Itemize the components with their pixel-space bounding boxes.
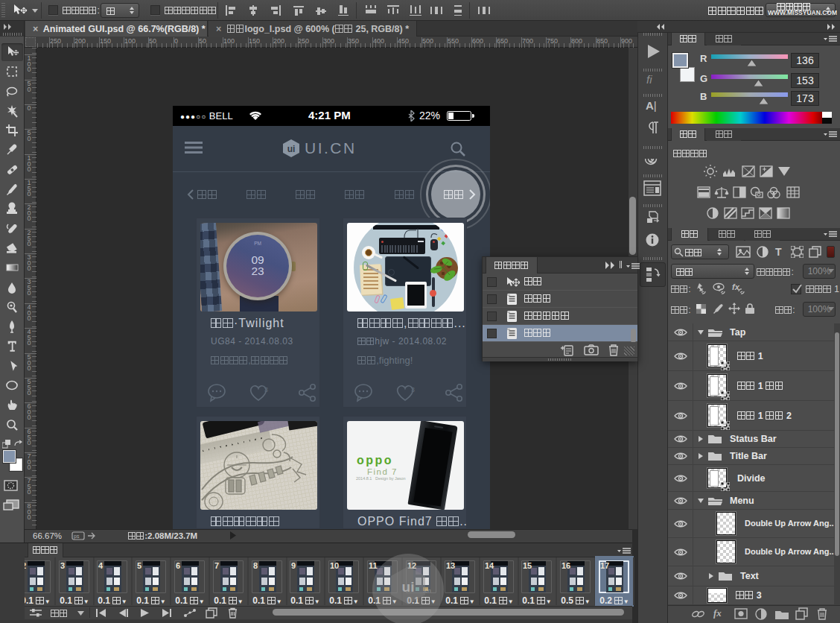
svg-text:3: 3 (264, 386, 268, 393)
svg-text:ui: ui (402, 579, 415, 595)
svg-text:ps: ps (74, 534, 80, 540)
svg-text:ui: ui (287, 144, 296, 154)
svg-text:3: 3 (411, 386, 415, 393)
